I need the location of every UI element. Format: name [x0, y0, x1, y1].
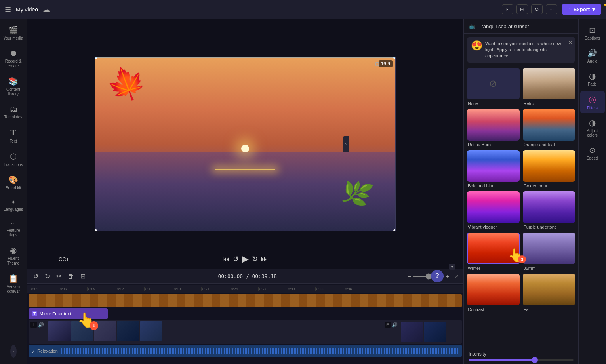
filter-item-winter[interactable]: Winter 👆 3: [467, 233, 520, 271]
filter-grid-scroll[interactable]: ⊘ None Retro Retina Burn: [464, 66, 578, 348]
tooltip-text: Want to see your media in a whole new li…: [485, 41, 570, 59]
forward-btn[interactable]: ↻: [250, 253, 259, 265]
sidebar-item-label-transitions: Transitions: [4, 162, 23, 167]
filter-panel: 📺 Tranquil sea at sunset 😍 Want to see y…: [463, 19, 578, 364]
right-panel-collapse-btn[interactable]: ›: [343, 136, 349, 152]
sidebar-item-feature-flags[interactable]: ··· Feature flags: [2, 217, 25, 241]
filter-item-fall[interactable]: Fall: [523, 274, 576, 312]
video-track-pause-btn[interactable]: ⏸: [30, 322, 37, 328]
fullscreen-btn[interactable]: ⛶: [425, 255, 432, 263]
sidebar-item-transitions[interactable]: ⬡ Transitions: [2, 149, 25, 170]
ruler-marks: 0:03 0:06 0:09 0:12 0:15 0:18 0:21 0:24 …: [30, 287, 372, 291]
fr-item-audio[interactable]: 🔊 Audio: [580, 45, 605, 67]
sidebar-item-fluent-theme[interactable]: ◉ Fluent Theme: [2, 242, 25, 269]
resize-tool-btn[interactable]: ⊟: [516, 4, 528, 14]
filter-item-none[interactable]: ⊘ None: [467, 68, 520, 106]
record-icon: ⏺: [10, 49, 17, 58]
tooltip-close-btn[interactable]: ✕: [568, 39, 573, 46]
zoom-in-btn[interactable]: +: [446, 273, 449, 280]
undo-tool-btn[interactable]: ↺: [531, 4, 543, 14]
help-btn[interactable]: ?: [431, 270, 444, 282]
filter-item-retro[interactable]: Retro: [523, 68, 576, 106]
zoom-out-btn[interactable]: −: [408, 273, 411, 280]
filter-label-none: None: [467, 101, 520, 106]
filter-label-vibrant: Vibrant vlogger: [467, 225, 520, 229]
filter-item-bold-blue[interactable]: Bold and blue: [467, 150, 520, 188]
play-pause-btn[interactable]: ▶: [240, 252, 250, 266]
audio-note-icon: ♪: [32, 348, 34, 354]
text-track[interactable]: T Mirror Enter text: [29, 308, 108, 319]
video-track[interactable]: ⏸ 🔊 ⊟ 🔊: [29, 320, 462, 344]
filter-item-retina-burn[interactable]: Retina Burn: [467, 109, 520, 147]
skip-forward-btn[interactable]: ⏭: [259, 253, 270, 265]
corner-handle-tr[interactable]: [393, 57, 396, 59]
content-library-icon: 📚: [8, 76, 18, 86]
seg2-resize-btn[interactable]: ⊟: [385, 322, 391, 328]
filter-item-golden-hour[interactable]: Golden hour: [523, 150, 576, 188]
filter-thumb-purple: [523, 191, 576, 223]
sidebar-item-content-library[interactable]: 📚 Content library: [2, 73, 25, 100]
sidebar-item-your-media[interactable]: 🎬 Your media: [2, 22, 25, 44]
filter-thumb-fall: [523, 274, 576, 305]
filter-item-orange-teal[interactable]: Orange and teal: [523, 109, 576, 147]
fr-item-speed[interactable]: ⊙ Speed: [580, 142, 605, 164]
filter-item-35mm[interactable]: 35mm: [523, 233, 576, 271]
tl-redo-btn[interactable]: ↻: [43, 272, 51, 281]
tl-undo-btn[interactable]: ↺: [32, 272, 40, 281]
filter-item-contrast[interactable]: Contrast: [467, 274, 520, 312]
filter-panel-title: Tranquil sea at sunset: [478, 23, 574, 29]
skip-back-btn[interactable]: ⏮: [221, 253, 231, 265]
sidebar-item-label-text: Text: [10, 139, 17, 144]
sidebar-item-languages[interactable]: ✦ Languages: [2, 195, 25, 215]
sidebar-collapse-btn[interactable]: ›: [10, 345, 17, 358]
rewind-btn[interactable]: ↺: [231, 253, 240, 265]
filter-label-35mm: 35mm: [523, 266, 576, 271]
captions-btn[interactable]: CC+: [59, 256, 69, 262]
video-track-vol-btn[interactable]: 🔊: [38, 322, 44, 328]
seg2-vol-btn[interactable]: 🔊: [392, 322, 398, 328]
fr-item-fade[interactable]: ◑ Fade: [580, 68, 605, 90]
left-sidebar: 🎬 Your media ⏺ Record & create 📚 Content…: [0, 19, 27, 364]
filter-item-vibrant[interactable]: Vibrant vlogger: [467, 191, 520, 229]
adjust-icon: ◑: [589, 118, 596, 128]
sidebar-item-record[interactable]: ⏺ Record & create: [2, 46, 25, 72]
sidebar-item-brand[interactable]: 🎨 Brand kit: [2, 172, 25, 194]
export-button[interactable]: ↑ Export ▾: [562, 4, 601, 15]
sidebar-item-version[interactable]: 📋 Version ccfd61f: [2, 271, 25, 297]
timeline-expand-btn[interactable]: ⤢: [454, 273, 459, 280]
video-track-controls: ⏸ 🔊: [30, 322, 44, 328]
filter-header-icon: 📺: [469, 23, 475, 29]
fr-label-speed: Speed: [587, 156, 598, 160]
fr-item-filters[interactable]: ◎ Filters 👆 2: [580, 91, 605, 113]
ruler-mark: 0:18: [173, 287, 201, 291]
fr-item-adjust[interactable]: ◑ Adjust colors: [580, 115, 605, 141]
filter-thumb-orange-teal: [523, 109, 576, 141]
export-icon: ↑: [568, 6, 571, 12]
tl-delete-btn[interactable]: 🗑: [66, 272, 76, 281]
corner-handle-br[interactable]: [393, 229, 396, 231]
fr-item-captions[interactable]: ⊡ Captions: [580, 22, 605, 44]
filter-label-golden-hour: Golden hour: [523, 183, 576, 188]
motion-track[interactable]: [29, 294, 462, 307]
filter-item-purple[interactable]: Purple undertone: [523, 191, 576, 229]
sidebar-item-templates[interactable]: 🗂 Templates: [2, 101, 25, 123]
ruler-mark: 0:09: [87, 287, 116, 291]
sidebar-item-label-your-media: Your media: [3, 36, 23, 41]
timeline-toolbar: ↺ ↻ ✂ 🗑 ⊟ 00:00.00 / 00:39.18 − + ⤢: [27, 269, 463, 284]
more-tool-btn[interactable]: ···: [546, 4, 557, 14]
topbar-tools: ⊡ ⊟ ↺ ···: [502, 4, 557, 14]
tl-split-btn[interactable]: ⊟: [79, 272, 87, 281]
audio-track[interactable]: ♪ Relaxation: [29, 345, 462, 357]
filter-thumb-golden-hour: [523, 150, 576, 182]
preview-area: 🍁 🌿 16:9 ⚙ ›: [27, 19, 463, 269]
sidebar-item-text[interactable]: T Text: [2, 124, 25, 147]
filter-tooltip: 😍 Want to see your media in a whole new …: [467, 37, 575, 63]
filter-thumb-contrast: [467, 274, 520, 305]
tl-cut-btn[interactable]: ✂: [55, 272, 63, 281]
crop-tool-btn[interactable]: ⊡: [502, 4, 513, 14]
feature-flags-icon: ···: [11, 220, 16, 227]
hamburger-icon[interactable]: ☰: [5, 5, 11, 14]
topbar: ☰ My video ☁ ⊡ ⊟ ↺ ··· ↑ Export ▾: [0, 0, 606, 19]
canvas-settings-icon[interactable]: ⚙: [374, 60, 380, 68]
intensity-knob[interactable]: [532, 357, 538, 363]
